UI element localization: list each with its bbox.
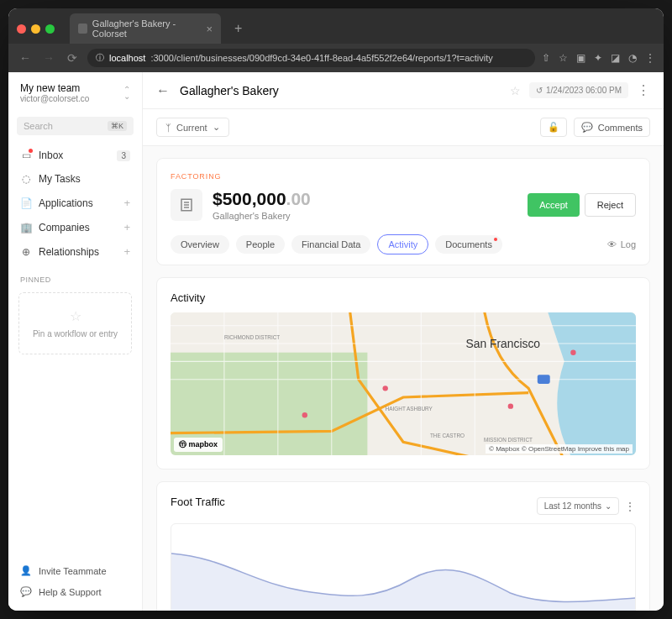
footer-label: Help & Support: [39, 587, 102, 597]
inbox-count-badge: 3: [117, 150, 130, 161]
star-button[interactable]: ☆: [510, 84, 521, 97]
tab-financial-data[interactable]: Financial Data: [291, 235, 370, 254]
team-selector[interactable]: My new team victor@colorset.co ⌃⌄: [8, 72, 142, 113]
timestamp-pill[interactable]: ↺ 1/24/2023 06:00 PM: [529, 82, 628, 98]
star-icon: ☆: [26, 308, 124, 324]
star-icon[interactable]: ☆: [559, 52, 568, 64]
svg-point-18: [570, 350, 575, 355]
accept-button[interactable]: Accept: [528, 193, 580, 217]
comments-button[interactable]: 💬 Comments: [574, 118, 650, 137]
version-selector[interactable]: ᛉ Current ⌄: [156, 118, 229, 137]
inbox-icon: ▭: [20, 150, 32, 161]
sidebar-item-companies[interactable]: 🏢 Companies +: [13, 215, 137, 239]
svg-point-16: [382, 386, 387, 391]
invite-teammate-button[interactable]: 👤 Invite Teammate: [17, 560, 134, 581]
chevron-down-icon: ⌄: [605, 501, 612, 511]
window-minimize[interactable]: [31, 24, 40, 34]
plus-icon[interactable]: +: [123, 197, 130, 209]
nav-label: Applications: [39, 197, 93, 209]
person-icon: 👤: [20, 565, 32, 576]
unlock-icon: 🔓: [548, 122, 559, 133]
amount-value: $500,000.00: [213, 189, 311, 209]
window-maximize[interactable]: [45, 24, 55, 34]
building-icon: [171, 189, 202, 221]
team-email: victor@colorset.co: [20, 94, 89, 103]
tab-title: Gallagher's Bakery - Colorset: [92, 18, 202, 39]
team-name: My new team: [20, 82, 89, 94]
reject-button[interactable]: Reject: [585, 193, 636, 217]
plus-icon[interactable]: +: [123, 245, 130, 258]
period-selector[interactable]: Last 12 months ⌄: [537, 497, 619, 515]
plus-icon[interactable]: +: [123, 221, 130, 233]
share-icon[interactable]: ⇧: [542, 52, 550, 64]
notification-dot-icon: [494, 238, 497, 241]
forward-button[interactable]: →: [40, 51, 57, 65]
svg-text:THE CASTRO: THE CASTRO: [430, 433, 465, 438]
search-placeholder: Search: [24, 121, 53, 131]
timestamp-text: 1/24/2023 06:00 PM: [546, 86, 622, 95]
svg-point-15: [302, 412, 307, 417]
ext-icon[interactable]: ▣: [576, 52, 585, 64]
page-title: Gallagher's Bakery: [180, 84, 279, 97]
map-city-label: San Francisco: [466, 337, 541, 350]
puzzle-icon[interactable]: ✦: [594, 52, 602, 64]
comment-icon: 💬: [581, 122, 593, 133]
sidebar-item-applications[interactable]: 📄 Applications +: [13, 191, 137, 215]
comments-label: Comments: [598, 123, 643, 133]
relationships-icon: ⊕: [20, 246, 32, 258]
sidebar-item-my-tasks[interactable]: ◌ My Tasks: [13, 167, 137, 191]
nav-label: Inbox: [39, 150, 63, 161]
lock-icon: ⓘ: [96, 52, 104, 64]
tab-people[interactable]: People: [236, 235, 285, 254]
tab-overview[interactable]: Overview: [171, 235, 229, 254]
chart-more-button[interactable]: ⋮: [624, 500, 636, 513]
chat-icon: 💬: [20, 586, 32, 597]
nav-label: Companies: [39, 222, 90, 233]
help-support-button[interactable]: 💬 Help & Support: [17, 581, 134, 602]
current-label: Current: [176, 123, 207, 133]
window-close[interactable]: [17, 24, 26, 34]
pinned-header: PINNED: [8, 264, 142, 289]
foot-traffic-chart: Jul 2022Aug 2022Sep 2022Oct 2022Nov 2022…: [171, 523, 636, 611]
search-input[interactable]: Search ⌘K: [17, 117, 134, 135]
footer-label: Invite Teammate: [39, 566, 107, 576]
search-shortcut: ⌘K: [108, 121, 127, 131]
category-label: FACTORING: [171, 172, 636, 181]
tab-activity[interactable]: Activity: [377, 234, 428, 254]
reload-button[interactable]: ⟳: [64, 51, 81, 65]
map-attribution[interactable]: © Mapbox © OpenStreetMap Improve this ma…: [486, 444, 633, 454]
foot-traffic-title: Foot Traffic: [171, 496, 225, 508]
nav-label: Relationships: [39, 246, 99, 258]
favicon-icon: [78, 24, 87, 34]
log-button[interactable]: 👁 Log: [607, 239, 636, 249]
lock-button[interactable]: 🔓: [540, 118, 567, 137]
activity-section-title: Activity: [171, 291, 636, 304]
activity-map[interactable]: San Francisco RICHMOND DISTRICT HAIGHT A…: [171, 312, 636, 455]
chevron-down-icon: ⌄: [213, 122, 220, 133]
eye-icon: 👁: [607, 239, 617, 249]
mapbox-logo: ⓜ mapbox: [174, 438, 223, 452]
more-button[interactable]: ⋮: [637, 82, 650, 98]
entity-name: Gallagher's Bakery: [213, 211, 311, 221]
url-input[interactable]: ⓘ localhost:3000/client/businesses/090df…: [87, 49, 535, 67]
sidebar-item-relationships[interactable]: ⊕ Relationships +: [13, 239, 137, 264]
close-icon[interactable]: ×: [206, 23, 213, 35]
back-button[interactable]: ←: [17, 51, 34, 65]
back-arrow-button[interactable]: ←: [156, 83, 170, 98]
menu-icon[interactable]: ⋮: [645, 52, 655, 64]
avatar-icon[interactable]: ◔: [628, 52, 637, 64]
new-tab-button[interactable]: +: [228, 18, 249, 39]
svg-text:HAIGHT ASHBURY: HAIGHT ASHBURY: [386, 406, 433, 412]
pinned-empty-state[interactable]: ☆ Pin a workflow or entry: [18, 292, 132, 354]
nav-label: My Tasks: [39, 173, 81, 185]
pinned-empty-text: Pin a workflow or entry: [26, 329, 124, 338]
svg-text:RICHMOND DISTRICT: RICHMOND DISTRICT: [224, 334, 280, 340]
sidebar-item-inbox[interactable]: ▭ Inbox 3: [13, 144, 137, 167]
bookmark-icon[interactable]: ◪: [611, 52, 620, 64]
branch-icon: ᛉ: [165, 123, 171, 133]
url-host: localhost: [109, 53, 145, 63]
applications-icon: 📄: [20, 197, 32, 209]
tab-documents[interactable]: Documents: [435, 235, 502, 254]
companies-icon: 🏢: [20, 222, 32, 233]
browser-tab[interactable]: Gallagher's Bakery - Colorset ×: [70, 13, 221, 44]
